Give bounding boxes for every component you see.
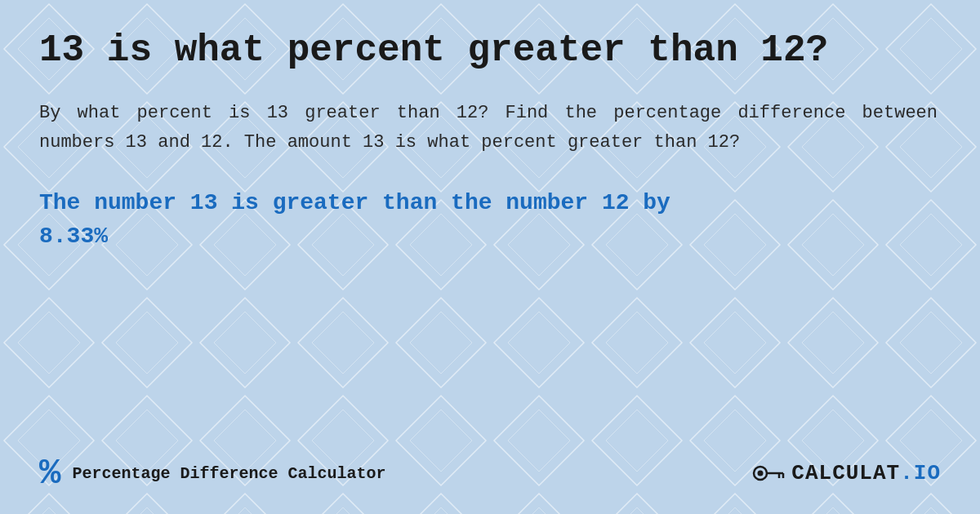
result-line2: 8.33% [39,220,941,254]
footer-label: Percentage Difference Calculator [72,464,385,483]
page-title: 13 is what percent greater than 12? [39,29,941,73]
description-text: By what percent is 13 greater than 12? F… [39,99,938,158]
calculator-icon [752,459,785,488]
footer-right: CALCULAT.IO [752,459,941,488]
brand-dot: .IO [900,461,941,485]
result-block: The number 13 is greater than the number… [39,187,941,253]
svg-point-5 [758,471,764,476]
percent-icon: % [39,455,60,491]
result-line1: The number 13 is greater than the number… [39,187,941,220]
brand-name: CALCULAT [791,461,900,485]
brand-text: CALCULAT.IO [791,461,941,485]
footer-left: % Percentage Difference Calculator [39,455,385,491]
main-content: 13 is what percent greater than 12? By w… [0,0,980,514]
footer: % Percentage Difference Calculator CALCU… [39,442,941,491]
